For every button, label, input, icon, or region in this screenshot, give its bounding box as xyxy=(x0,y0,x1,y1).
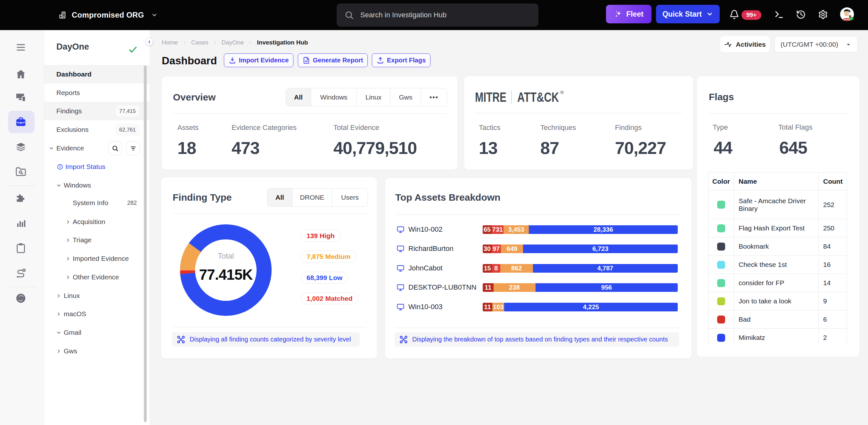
svg-text:ATT&CK: ATT&CK xyxy=(517,90,559,105)
svg-text:MITRE: MITRE xyxy=(475,90,506,105)
svg-text:®: ® xyxy=(560,90,564,95)
